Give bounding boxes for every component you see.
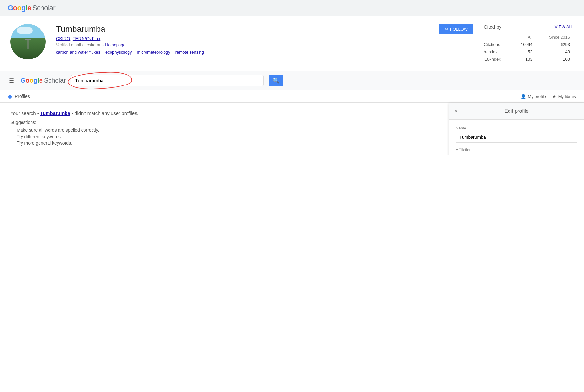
edit-profile-panel: × Edit profile Name Affiliation Areas of…	[449, 103, 584, 155]
stats-row-i10index: i10-index 103 100	[484, 56, 574, 63]
cited-by-title: Cited by	[484, 24, 501, 30]
person-icon: 👤	[521, 94, 526, 99]
profile-tags: carbon and water fluxes ecophysiology mi…	[56, 50, 429, 55]
edit-profile-header: × Edit profile	[449, 103, 584, 120]
edit-profile-body: Name Affiliation Areas of interest Email…	[449, 120, 584, 155]
edit-profile-title: Edit profile	[504, 108, 529, 114]
nav-left: ◆ Profiles	[8, 93, 30, 100]
search-input[interactable]	[71, 75, 264, 86]
profiles-icon: ◆	[8, 93, 12, 100]
affiliation-tern[interactable]: TERN/OzFlux	[73, 36, 100, 41]
no-match-prefix: Your search -	[10, 111, 39, 116]
my-library-link[interactable]: ★ My library	[553, 94, 576, 99]
tag-remote-sensing[interactable]: remote sensing	[175, 50, 204, 55]
tag-ecophysiology[interactable]: ecophysiology	[105, 50, 132, 55]
follow-button[interactable]: ✉ FOLLOW	[439, 24, 473, 34]
stats-header-since: Since 2015	[536, 33, 574, 41]
affiliation-csiro[interactable]: CSIRO	[56, 36, 70, 41]
search-icon: 🔍	[273, 78, 279, 83]
gs-logo-top: GoogleScholar	[8, 4, 55, 12]
nav-bar: ◆ Profiles 👤 My profile ★ My library	[0, 90, 584, 103]
logo-e: e	[27, 4, 31, 12]
profile-name: Tumbarumba	[56, 24, 429, 34]
search-button[interactable]: 🔍	[269, 75, 283, 86]
form-group-name: Name	[456, 126, 577, 143]
homepage-link[interactable]: Homepage	[105, 42, 126, 47]
close-button[interactable]: ×	[455, 108, 458, 114]
avatar	[10, 24, 46, 59]
name-input[interactable]	[456, 132, 577, 143]
star-icon: ★	[553, 94, 556, 99]
stats-table: All Since 2015 Citations 10094 6293 h-in…	[484, 33, 574, 63]
stat-label-citations: Citations	[484, 41, 511, 48]
nav-right: 👤 My profile ★ My library	[521, 94, 576, 99]
logo-o1: o	[13, 4, 17, 12]
search-section: ☰ GoogleScholar 🔍	[0, 71, 584, 90]
name-label: Name	[456, 126, 577, 130]
follow-btn-label: FOLLOW	[450, 27, 468, 31]
profile-info: Tumbarumba CSIRO; TERN/OzFlux Verified e…	[56, 24, 429, 63]
profile-section: Tumbarumba CSIRO; TERN/OzFlux Verified e…	[0, 16, 584, 71]
avatar-image	[10, 24, 46, 59]
stat-all-citations: 10094	[511, 41, 536, 48]
stat-since-i10index: 100	[536, 56, 574, 63]
profile-email: Verified email at csiro.au - Homepage	[56, 42, 429, 47]
nav-profiles-label: Profiles	[15, 94, 30, 99]
my-profile-link[interactable]: 👤 My profile	[521, 94, 546, 99]
affiliation-input[interactable]	[456, 154, 577, 155]
stat-all-hindex: 52	[511, 48, 536, 56]
logo-g: G	[8, 4, 13, 12]
stats-row-citations: Citations 10094 6293	[484, 41, 574, 48]
cited-by-section: Cited by VIEW ALL All Since 2015 Citatio…	[484, 24, 574, 63]
search-bar-wrapper	[71, 75, 264, 86]
profile-affiliation: CSIRO; TERN/OzFlux	[56, 36, 429, 41]
no-match-suffix: - didn't match any user profiles.	[72, 111, 138, 116]
no-match-term: Tumbarumba	[40, 111, 70, 116]
stat-all-i10index: 103	[511, 56, 536, 63]
stat-since-citations: 6293	[536, 41, 574, 48]
my-profile-label: My profile	[528, 94, 546, 99]
affiliation-label: Affiliation	[456, 148, 577, 152]
stat-label-i10index: i10-index	[484, 56, 511, 63]
form-group-affiliation: Affiliation	[456, 148, 577, 155]
cited-by-header: Cited by VIEW ALL	[484, 24, 574, 30]
stats-row-hindex: h-index 52 43	[484, 48, 574, 56]
main-content: Your search - Tumbarumba - didn't match …	[0, 103, 584, 155]
tag-micrometeorology[interactable]: micrometeorology	[137, 50, 170, 55]
logo-o2: o	[17, 4, 22, 12]
search-logo-scholar: Scholar	[44, 77, 66, 84]
stats-header-all: All	[511, 33, 536, 41]
view-all-link[interactable]: VIEW ALL	[555, 24, 574, 29]
stat-label-hindex: h-index	[484, 48, 511, 56]
search-gs-logo: GoogleScholar	[21, 77, 66, 84]
hamburger-icon[interactable]: ☰	[8, 76, 15, 85]
top-header: GoogleScholar	[0, 0, 584, 16]
tag-carbon[interactable]: carbon and water fluxes	[56, 50, 100, 55]
my-library-label: My library	[558, 94, 576, 99]
avatar-tower	[28, 39, 29, 49]
email-icon: ✉	[445, 27, 448, 31]
follow-section: ✉ FOLLOW	[439, 24, 473, 63]
avatar-cloud	[17, 27, 33, 34]
logo-g2: g	[22, 4, 26, 12]
logo-scholar: Scholar	[32, 4, 55, 12]
verified-email-text: Verified email at csiro.au	[56, 42, 102, 47]
stat-since-hindex: 43	[536, 48, 574, 56]
